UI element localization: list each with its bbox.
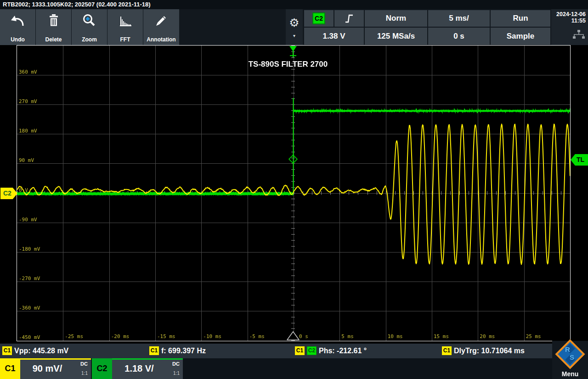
trigger-mode-cell[interactable]: Norm — [365, 10, 427, 27]
measurement-source-badge: C2 — [307, 346, 317, 355]
y-axis-label: 270 mV — [19, 98, 37, 104]
measurement-source-badge: C1 — [149, 346, 159, 355]
trigger-slope-cell[interactable] — [334, 10, 364, 27]
annotation-text[interactable]: TS-890S FILTER 2700 — [249, 60, 328, 69]
trigger-mode-value: Norm — [386, 14, 406, 23]
datetime-cell[interactable]: 2024-12-06 11:55 — [551, 9, 588, 45]
time-text: 11:55 — [551, 17, 586, 24]
measurement-value: DlyTrg: 10.71064 ms — [454, 347, 525, 355]
menu-button[interactable]: RS Menu — [552, 341, 588, 379]
y-axis-label: -270 mV — [19, 276, 40, 281]
measurement-source-badge: C1 — [2, 346, 12, 355]
settings-gear-button[interactable]: ⚙ ▾ — [286, 9, 303, 45]
x-axis-label: -20 ms — [111, 333, 130, 339]
chevron-down-icon: ▾ — [293, 33, 295, 38]
x-axis-label: -5 ms — [249, 333, 265, 339]
annotation-button[interactable]: Annotation — [143, 9, 179, 45]
x-axis-label: -10 ms — [203, 333, 221, 339]
trigger-level-value: 1.38 V — [322, 32, 345, 41]
x-axis-label: 20 ms — [480, 333, 495, 339]
x-axis-label: 10 ms — [388, 333, 403, 339]
x-axis-label: -25 ms — [65, 333, 83, 339]
channel-1-badge[interactable]: C1 — [0, 358, 20, 379]
y-axis-label: -450 mV — [19, 334, 40, 340]
measurement-value: Vpp: 445.28 mV — [14, 347, 68, 355]
y-axis-label: 0 V — [19, 187, 28, 193]
channel-position-flag[interactable]: C2 — [0, 188, 17, 199]
channel-1-probe: 1:1 — [81, 371, 88, 376]
channel-2-badge[interactable]: C2 — [92, 358, 112, 379]
sample-rate-value: 125 MSa/s — [377, 32, 415, 41]
zoom-icon — [82, 13, 97, 29]
trigger-level-cell[interactable]: 1.38 V — [304, 28, 364, 45]
acquisition-mode-value: Sample — [507, 32, 534, 41]
measurement-delay-trigger[interactable]: C1DlyTrg: 10.71064 ms — [442, 346, 525, 355]
channel-2-scale: 1.18 V/ — [112, 363, 166, 374]
x-axis-label: 5 ms — [341, 333, 354, 339]
date-text: 2024-12-06 — [551, 11, 586, 17]
y-axis-label: 180 mV — [19, 128, 37, 134]
acquisition-mode-cell[interactable]: Sample — [491, 28, 550, 45]
channel-1-scale: 90 mV/ — [20, 363, 74, 374]
measurement-freq[interactable]: C1f: 699.397 Hz — [149, 346, 206, 355]
horizontal-position-cell[interactable]: 0 s — [428, 28, 490, 45]
device-id-bar: RTB2002; 1333.1005K02; 202507 (02.400 20… — [0, 0, 588, 9]
measurement-value: Phs: -212.61 ° — [319, 347, 367, 355]
channel-bar: C1 90 mV/ DC 1:1 C2 1.18 V/ DC 1:1 — [0, 358, 588, 379]
x-axis-label: -15 ms — [157, 333, 175, 339]
pencil-icon — [153, 13, 169, 29]
measurement-bar: C1Vpp: 445.28 mVC1f: 699.397 HzC1C2Phs: … — [0, 344, 588, 358]
channel-2-coupling: DC — [172, 361, 180, 367]
y-axis-label: 90 mV — [19, 157, 34, 163]
undo-icon — [10, 13, 26, 29]
rs-logo-letters: RS — [560, 344, 581, 365]
undo-label: Undo — [11, 36, 25, 43]
zoom-button[interactable]: Zoom — [72, 9, 107, 45]
oscilloscope-screen: RTB2002; 1333.1005K02; 202507 (02.400 20… — [0, 0, 588, 379]
delete-label: Delete — [45, 36, 62, 43]
rising-edge-icon — [343, 12, 355, 25]
zoom-label: Zoom — [82, 36, 97, 43]
channel-2-settings[interactable]: 1.18 V/ DC 1:1 — [112, 358, 183, 379]
channel-2-probe: 1:1 — [173, 371, 180, 376]
acquisition-state-value: Run — [513, 14, 528, 23]
channel-1-settings[interactable]: 90 mV/ DC 1:1 — [20, 358, 91, 379]
x-axis-label: 0 s — [299, 333, 308, 339]
y-axis-label: 360 mV — [19, 69, 37, 75]
measurement-value: f: 699.397 Hz — [161, 347, 206, 355]
trigger-source-cell[interactable]: C2 — [304, 10, 334, 27]
trigger-source-badge: C2 — [312, 12, 325, 24]
y-axis-label: -180 mV — [19, 246, 40, 252]
horizontal-position-value: 0 s — [453, 32, 464, 41]
fft-button[interactable]: FFT — [107, 9, 143, 45]
channel-1-coupling: DC — [80, 361, 88, 367]
acquisition-state-cell[interactable]: Run — [491, 10, 550, 27]
timebase-value: 5 ms/ — [449, 14, 469, 23]
gear-icon: ⚙ — [289, 16, 299, 29]
waveform-display[interactable] — [17, 46, 570, 341]
fft-label: FFT — [120, 36, 130, 43]
measurement-source-badge: C1 — [442, 346, 452, 355]
measurement-phase[interactable]: C1C2Phs: -212.61 ° — [295, 346, 367, 355]
annotation-label: Annotation — [147, 36, 175, 43]
trigger-level-flag[interactable]: TL — [571, 154, 588, 166]
x-axis-label: 15 ms — [434, 333, 449, 339]
fft-spectrum-icon — [118, 13, 133, 29]
device-id-text: RTB2002; 1333.1005K02; 202507 (02.400 20… — [3, 1, 151, 8]
menu-label: Menu — [552, 370, 588, 378]
measurement-vpp[interactable]: C1Vpp: 445.28 mV — [2, 346, 68, 355]
timebase-cell[interactable]: 5 ms/ — [428, 10, 490, 27]
trash-icon — [46, 13, 62, 29]
y-axis-label: -360 mV — [19, 305, 40, 311]
measurement-source-badge: C1 — [295, 346, 305, 355]
network-icon — [572, 29, 586, 40]
sample-rate-cell[interactable]: 125 MSa/s — [365, 28, 427, 45]
undo-button[interactable]: Undo — [0, 9, 35, 45]
delete-button[interactable]: Delete — [36, 9, 71, 45]
graticule[interactable]: TS-890S FILTER 2700 360 mV270 mV180 mV90… — [17, 45, 571, 341]
x-axis-label: 25 ms — [526, 333, 541, 339]
y-axis-label: -90 mV — [19, 217, 37, 223]
